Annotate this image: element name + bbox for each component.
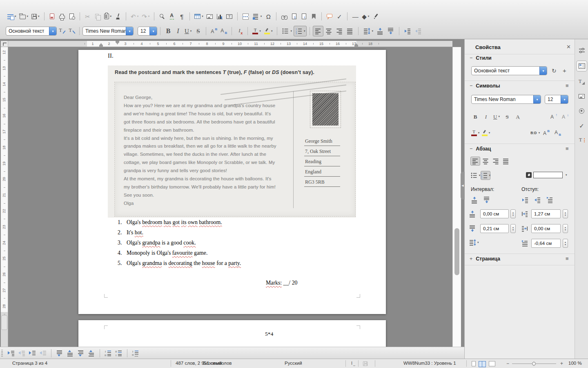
zoom-out-icon[interactable]: −	[506, 361, 509, 366]
dropdown-caret[interactable]: ▾	[110, 15, 112, 18]
move-down-button[interactable]	[54, 348, 65, 359]
bold-button[interactable]: B	[470, 112, 480, 121]
dropdown-caret[interactable]: ▾	[566, 173, 567, 177]
numbering-options-button[interactable]: III	[130, 348, 141, 359]
track-changes-button[interactable]: ✓	[334, 11, 344, 22]
dropdown-caret[interactable]: ▾	[15, 15, 16, 18]
horizontal-ruler[interactable]: 123456789101112131415161718	[8, 41, 452, 47]
zoom-slider-thumb[interactable]	[532, 362, 536, 366]
section-menu-icon[interactable]: ≡	[566, 256, 569, 262]
background-color-swatch[interactable]	[533, 172, 563, 178]
increase-font-size-button[interactable]	[549, 112, 559, 121]
dropdown-caret[interactable]: ▾	[148, 15, 150, 18]
section-menu-icon[interactable]: ≡	[566, 83, 569, 89]
chevron-down-icon[interactable]: ▾	[126, 27, 133, 35]
decrease-paragraph-spacing-button[interactable]	[385, 26, 396, 36]
sidebar-settings[interactable]	[576, 45, 587, 56]
line-spacing-control[interactable]: ▾	[469, 239, 479, 246]
single-page-view-icon[interactable]	[472, 361, 476, 366]
dropdown-caret[interactable]: ▾	[190, 29, 192, 33]
clear-formatting-button[interactable]	[235, 26, 245, 36]
open-button[interactable]: ▾	[18, 11, 30, 22]
move-down-with-subpoints-button[interactable]	[76, 348, 86, 359]
dropdown-caret[interactable]: ▾	[477, 241, 479, 244]
dropdown-caret[interactable]: ▾	[202, 15, 203, 18]
spacing-above-field[interactable]: 0,00 см	[480, 209, 509, 218]
vertical-ruler[interactable]: 1213141516171819202122232425262728	[1, 47, 8, 347]
first-line-indent-stepper[interactable]	[563, 239, 568, 248]
insert-text-box-button[interactable]	[225, 11, 234, 22]
tab-stop-selector[interactable]	[1, 41, 8, 47]
paste-button[interactable]: ▾	[102, 11, 114, 22]
character-section-header[interactable]: −Символы	[470, 83, 500, 89]
spacing-above-stepper[interactable]	[510, 209, 516, 218]
dropdown-caret[interactable]: ▾	[137, 15, 139, 18]
print-button[interactable]	[57, 11, 67, 22]
align-left-button[interactable]	[313, 26, 323, 36]
toolbar-grip[interactable]	[1, 350, 3, 357]
hanging-indent-button[interactable]	[545, 195, 555, 204]
justify-button[interactable]	[345, 26, 355, 36]
insert-unnumbered-entry-button[interactable]: III	[103, 348, 114, 359]
insert-field-button[interactable]: ▾	[250, 11, 264, 22]
align-left-button[interactable]	[470, 157, 480, 166]
book-view-icon[interactable]	[489, 361, 495, 366]
find-and-replace-button[interactable]	[157, 11, 167, 22]
spelling-button[interactable]	[167, 11, 177, 22]
font-name-combo[interactable]: Times New Roman▾	[82, 27, 134, 36]
insert-page-break-button[interactable]	[241, 11, 250, 22]
line-spacing-button[interactable]: ▾	[361, 26, 375, 36]
outline-level-status[interactable]: WW8Num33 : Уровень 1	[403, 361, 456, 366]
dropdown-caret[interactable]: ▾	[38, 15, 40, 18]
move-up-button[interactable]	[65, 348, 76, 359]
update-style-button[interactable]	[57, 26, 67, 36]
highlight-color-button[interactable]: ▾	[481, 128, 491, 137]
font-size-combo[interactable]: 12▾	[138, 27, 157, 36]
increase-paragraph-spacing-button[interactable]	[375, 26, 385, 36]
clone-formatting-button[interactable]	[113, 11, 123, 22]
increase-indent-button[interactable]	[402, 26, 413, 36]
restart-numbering-button[interactable]: III	[114, 348, 124, 359]
accessibility-check-tab[interactable]: ✓	[576, 120, 587, 131]
superscript-button[interactable]	[541, 128, 551, 137]
bullet-list-button[interactable]: ▾	[470, 171, 480, 180]
language-status[interactable]: Русский	[285, 361, 302, 366]
subscript-button[interactable]	[219, 26, 229, 36]
decrease-font-size-button[interactable]	[560, 112, 570, 121]
background-color-icon[interactable]	[526, 172, 532, 178]
sidebar-hide-handle[interactable]: ◀	[461, 172, 465, 200]
new-document-button[interactable]: ▾	[6, 11, 18, 22]
dropdown-caret[interactable]: ▾	[261, 15, 262, 18]
demote-button[interactable]	[27, 348, 38, 359]
insert-image-button[interactable]	[205, 11, 215, 22]
underline-button[interactable]: U▾	[492, 112, 501, 121]
strikethrough-button[interactable]: S	[502, 112, 512, 121]
indent-before-field[interactable]: 1,27 см	[531, 209, 561, 218]
print-preview-button[interactable]	[67, 11, 77, 22]
indent-after-stepper[interactable]	[563, 224, 568, 233]
multi-page-view-icon[interactable]	[479, 361, 486, 366]
zoom-in-icon[interactable]: +	[560, 361, 563, 366]
justify-button[interactable]	[501, 157, 511, 166]
insert-endnote-button[interactable]	[299, 11, 309, 22]
underline-button[interactable]: U▾	[183, 26, 193, 36]
demote-with-subpoints-button[interactable]	[6, 348, 16, 359]
styles-section-header[interactable]: −Стили	[470, 55, 492, 61]
spacing-below-field[interactable]: 0,21 см	[480, 224, 509, 233]
save-button[interactable]: ▾	[30, 11, 41, 22]
chevron-down-icon[interactable]: ▾	[539, 67, 547, 75]
font-size-combo[interactable]: 12 ▾	[545, 95, 568, 104]
insert-special-character-button[interactable]: Ω	[263, 11, 273, 22]
character-styles-tab[interactable]	[576, 76, 587, 87]
align-center-button[interactable]	[481, 157, 490, 166]
new-style-icon[interactable]: +	[563, 67, 566, 74]
paragraph-style-combo[interactable]: Основной текст▾	[6, 27, 57, 36]
font-color-button[interactable]: ▾	[251, 26, 263, 36]
page-4[interactable]: 5*4	[78, 320, 386, 347]
shadow-button[interactable]: A	[513, 112, 523, 121]
dropdown-caret[interactable]: ▾	[304, 29, 305, 33]
dropdown-caret[interactable]: ▾	[479, 174, 481, 177]
increase-indent-button[interactable]	[520, 195, 530, 204]
bold-button[interactable]: B	[163, 26, 173, 36]
section-menu-icon[interactable]: ≡	[566, 146, 569, 152]
